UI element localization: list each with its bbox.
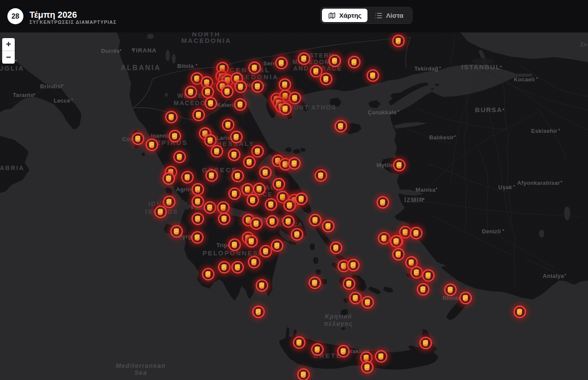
- svg-text:PUGLIA: PUGLIA: [0, 64, 24, 72]
- svg-text:Brindisi: Brindisi: [40, 83, 62, 90]
- svg-text:Antalya: Antalya: [543, 273, 564, 279]
- svg-text:Zon: Zon: [580, 41, 588, 48]
- svg-text:Tekirdağ: Tekirdağ: [414, 65, 439, 72]
- svg-text:Manisa: Manisa: [416, 187, 435, 193]
- svg-text:Durrës: Durrës: [101, 48, 120, 54]
- svg-text:Eskisehir: Eskisehir: [531, 128, 558, 134]
- svg-text:ISTANBUL: ISTANBUL: [461, 63, 501, 71]
- svg-text:Denizli: Denizli: [482, 228, 501, 235]
- svg-text:MACEDONIA: MACEDONIA: [182, 37, 231, 44]
- svg-text:Κρητικό: Κρητικό: [325, 313, 352, 320]
- svg-text:Taranto: Taranto: [13, 92, 34, 98]
- svg-text:Bitola: Bitola: [177, 63, 194, 69]
- svg-text:Uşak: Uşak: [498, 184, 513, 190]
- svg-text:Afyonkarahisar: Afyonkarahisar: [517, 180, 560, 186]
- svg-text:ALBANIA: ALBANIA: [121, 64, 161, 71]
- svg-text:CALABRIA: CALABRIA: [0, 164, 25, 171]
- svg-text:Kocaeli: Kocaeli: [514, 76, 535, 83]
- svg-text:Balıkesir: Balıkesir: [429, 134, 454, 141]
- svg-text:Çanakkale: Çanakkale: [367, 109, 396, 116]
- svg-text:Mediterranean: Mediterranean: [116, 362, 166, 369]
- svg-text:πέλαγος: πέλαγος: [324, 320, 353, 327]
- svg-text:Lecce: Lecce: [54, 97, 70, 104]
- svg-text:İZMIR: İZMIR: [404, 196, 424, 203]
- svg-text:Sea: Sea: [134, 369, 147, 376]
- svg-text:TIRANA: TIRANA: [132, 47, 157, 54]
- svg-text:BURSA: BURSA: [475, 106, 502, 113]
